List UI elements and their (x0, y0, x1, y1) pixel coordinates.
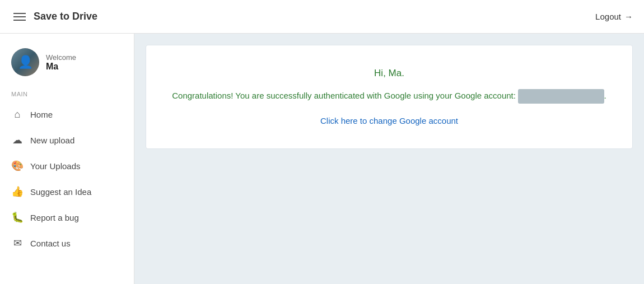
sidebar: 👤 Welcome Ma MAIN ⌂ Home ☁ New upload 🎨 … (0, 34, 134, 284)
sidebar-item-home[interactable]: ⌂ Home (0, 102, 134, 127)
uploads-icon: 🎨 (11, 160, 24, 172)
sidebar-item-new-upload[interactable]: ☁ New upload (0, 127, 134, 153)
avatar-image: 👤 (11, 48, 39, 76)
congrats-text-part2: . (604, 91, 606, 100)
sidebar-item-label: Home (30, 110, 53, 119)
user-info: Welcome Ma (46, 53, 76, 72)
sidebar-item-contact-us[interactable]: ✉ Contact us (0, 230, 134, 256)
app-title-prefix: Save to (34, 11, 72, 22)
email-redacted: ••••••••••••••••••.edu (518, 89, 604, 104)
app-title-bold: Drive (72, 11, 97, 22)
content-card: Hi, Ma. Congratulations! You are success… (146, 45, 633, 149)
sidebar-item-your-uploads[interactable]: 🎨 Your Uploads (0, 153, 134, 179)
logout-button[interactable]: Logout → (595, 12, 633, 21)
congrats-text-part1: Congratulations! You are successfully au… (172, 91, 518, 100)
home-icon: ⌂ (11, 109, 24, 120)
sidebar-item-suggest-idea[interactable]: 👍 Suggest an Idea (0, 179, 134, 204)
avatar: 👤 (11, 48, 39, 76)
main-content: Hi, Ma. Congratulations! You are success… (134, 34, 644, 284)
change-account-link[interactable]: Click here to change Google account (320, 116, 458, 125)
sidebar-item-label: New upload (30, 136, 74, 145)
sidebar-item-label: Suggest an Idea (30, 187, 91, 197)
logout-label: Logout (595, 12, 621, 21)
main-layout: 👤 Welcome Ma MAIN ⌂ Home ☁ New upload 🎨 … (0, 34, 644, 284)
app-header: Save to Drive Logout → (0, 0, 644, 34)
idea-icon: 👍 (11, 185, 24, 198)
sidebar-item-label: Report a bug (30, 213, 79, 222)
header-left: Save to Drive (11, 11, 97, 23)
hamburger-icon[interactable] (11, 11, 28, 23)
user-section: 👤 Welcome Ma (0, 39, 134, 87)
logout-icon: → (624, 12, 633, 21)
sidebar-section-label: MAIN (0, 87, 134, 102)
sidebar-item-label: Your Uploads (30, 161, 81, 171)
greeting-text: Hi, Ma. (157, 68, 621, 79)
upload-icon: ☁ (11, 134, 24, 146)
sidebar-item-report-bug[interactable]: 🐛 Report a bug (0, 204, 134, 230)
contact-icon: ✉ (11, 237, 24, 249)
bug-icon: 🐛 (11, 211, 24, 224)
user-name: Ma (46, 62, 76, 72)
congrats-text: Congratulations! You are successfully au… (157, 89, 621, 104)
sidebar-item-label: Contact us (30, 239, 71, 248)
app-title: Save to Drive (34, 11, 97, 22)
welcome-label: Welcome (46, 53, 76, 62)
